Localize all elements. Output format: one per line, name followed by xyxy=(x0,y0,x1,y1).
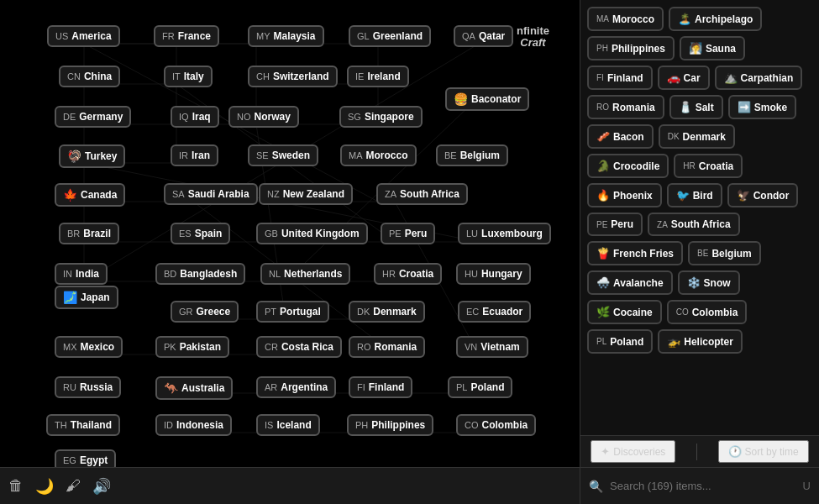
canvas-item-be-belgium[interactable]: BEBelgium xyxy=(436,144,508,166)
item-label: Smoke xyxy=(754,102,787,113)
brush-icon[interactable]: 🖌 xyxy=(66,477,81,495)
sidebar-item-peru[interactable]: PEPeru xyxy=(587,213,643,236)
moon-icon[interactable]: 🌙 xyxy=(35,477,54,496)
item-label: Ireland xyxy=(367,71,400,82)
canvas-item-pl-poland-main[interactable]: PLPoland xyxy=(448,376,512,398)
sidebar-item-colombia[interactable]: COColombia xyxy=(667,300,748,324)
canvas-item-th-thailand[interactable]: THThailand xyxy=(46,414,120,436)
item-label: Condor xyxy=(753,190,790,202)
sidebar-item-smoke[interactable]: ➡️Smoke xyxy=(728,95,796,119)
canvas-item-sa-saudi[interactable]: SASaudi Arabia xyxy=(164,183,258,205)
canvas-item-de-germany[interactable]: DEGermany xyxy=(55,106,131,128)
sidebar-item-archipelago[interactable]: 🏝️Archipelago xyxy=(669,7,762,31)
sidebar-item-car[interactable]: 🚗Car xyxy=(658,66,710,90)
item-label: Qatar xyxy=(479,30,505,42)
canvas-item-ch-switzerland[interactable]: CHSwitzerland xyxy=(248,66,338,87)
canvas-item-co-colombia-main[interactable]: COColombia xyxy=(456,414,536,436)
canvas-item-nl-netherlands[interactable]: NLNetherlands xyxy=(260,263,350,285)
canvas-item-baconator[interactable]: 🍔Baconator xyxy=(445,87,529,111)
item-emoji: 🦘 xyxy=(164,381,178,395)
canvas-item-dk-denmark-main[interactable]: DKDenmark xyxy=(349,301,425,323)
canvas-item-pk-pakistan[interactable]: PKPakistan xyxy=(155,336,229,358)
item-emoji: 🍁 xyxy=(63,188,77,202)
sidebar-item-carpathian[interactable]: ⛰️Carpathian xyxy=(715,66,803,90)
canvas-item-id-indonesia[interactable]: IDIndonesia xyxy=(155,414,232,436)
item-label: Egypt xyxy=(80,454,108,466)
canvas-item-japan[interactable]: 🗾Japan xyxy=(55,286,118,309)
canvas-item-hu-hungary[interactable]: HUHungary xyxy=(456,263,531,285)
canvas-item-qa-qatar[interactable]: QAQatar xyxy=(454,25,513,47)
sidebar-item-belgium[interactable]: BEBelgium xyxy=(688,241,761,265)
canvas-item-gr-greece[interactable]: GRGreece xyxy=(171,301,239,323)
canvas-item-canada[interactable]: 🍁Canada xyxy=(55,183,125,207)
canvas-item-bd-bangladesh[interactable]: BDBangladesh xyxy=(155,263,245,285)
canvas-item-it-italy[interactable]: ITItaly xyxy=(164,66,213,87)
item-label: Italy xyxy=(184,71,204,82)
sort-by-time-button[interactable]: 🕐 Sort by time xyxy=(718,440,809,463)
canvas-item-vn-vietnam[interactable]: VNVietnam xyxy=(456,336,528,358)
canvas-item-us-america[interactable]: USAmerica xyxy=(47,25,120,47)
canvas-item-is-iceland[interactable]: ISIceland xyxy=(256,414,320,436)
canvas-item-za-southafrica[interactable]: ZASouth Africa xyxy=(376,183,468,205)
sidebar-item-south-africa[interactable]: ZASouth Africa xyxy=(648,213,740,236)
sidebar-item-finland[interactable]: FIFinland xyxy=(587,66,653,90)
sidebar-item-helicopter[interactable]: 🚁Helicopter xyxy=(658,329,743,354)
sidebar-item-condor[interactable]: 🦅Condor xyxy=(727,183,799,207)
sidebar-item-snow[interactable]: ❄️Snow xyxy=(678,270,740,295)
volume-icon[interactable]: 🔊 xyxy=(92,477,111,496)
canvas-item-hr-croatia-main[interactable]: HRCroatia xyxy=(374,263,442,285)
canvas-item-es-spain[interactable]: ESSpain xyxy=(171,223,230,244)
canvas-item-ro-romania-main[interactable]: RORomania xyxy=(349,336,425,358)
trash-icon[interactable]: 🗑 xyxy=(8,477,24,495)
sidebar-item-morocco[interactable]: MAMorocco xyxy=(587,7,664,31)
canvas-item-mx-mexico[interactable]: MXMexico xyxy=(55,336,123,358)
canvas-item-fr-france[interactable]: FRFrance xyxy=(154,25,219,47)
canvas-item-no-norway[interactable]: NONorway xyxy=(228,106,299,128)
canvas-item-iq-iraq[interactable]: IQIraq xyxy=(171,106,219,128)
sidebar-item-sauna[interactable]: 🧖Sauna xyxy=(680,36,745,60)
sidebar-item-french-fries[interactable]: 🍟French Fries xyxy=(587,241,683,265)
sidebar-item-philippines[interactable]: PHPhilippines xyxy=(587,36,675,60)
item-label: Brazil xyxy=(83,228,111,239)
item-flag: HR xyxy=(382,269,396,279)
canvas-item-pt-portugal[interactable]: PTPortugal xyxy=(256,301,329,323)
canvas-item-in-india[interactable]: INIndia xyxy=(55,263,108,285)
sidebar-item-crocodile[interactable]: 🐊Crocodile xyxy=(587,154,669,178)
canvas-item-ma-morocco[interactable]: MAMorocco xyxy=(340,144,417,166)
canvas-item-cr-costarica[interactable]: CRCosta Rica xyxy=(256,336,342,358)
item-flag: IR xyxy=(179,150,188,160)
canvas-item-cn-china[interactable]: CNChina xyxy=(59,66,120,87)
canvas-item-br-brazil[interactable]: BRBrazil xyxy=(59,223,119,244)
canvas-item-turkey[interactable]: 🦃Turkey xyxy=(59,144,125,168)
canvas-item-ie-ireland[interactable]: IEIreland xyxy=(347,66,409,87)
sidebar-item-poland[interactable]: PLPoland xyxy=(587,329,653,354)
canvas-item-ru-russia[interactable]: RURussia xyxy=(55,376,121,398)
sidebar-item-phoenix[interactable]: 🔥Phoenix xyxy=(587,183,662,207)
canvas-item-gb-uk[interactable]: GBUnited Kingdom xyxy=(256,223,368,244)
sidebar-item-denmark[interactable]: DKDenmark xyxy=(659,124,735,149)
sidebar-item-cocaine[interactable]: 🌿Cocaine xyxy=(587,300,662,324)
canvas-item-nz-newzealand[interactable]: NZNew Zealand xyxy=(259,183,353,205)
search-input[interactable] xyxy=(610,480,796,492)
canvas-item-my-malaysia[interactable]: MYMalaysia xyxy=(248,25,324,47)
craft-canvas[interactable]: USAmericaFRFranceMYMalaysiaGLGreenlandQA… xyxy=(0,0,580,504)
canvas-item-lu-luxembourg[interactable]: LULuxembourg xyxy=(458,223,551,244)
canvas-item-gl-greenland[interactable]: GLGreenland xyxy=(349,25,431,47)
canvas-item-fi-finland-main[interactable]: FIFinland xyxy=(349,376,412,398)
canvas-item-au-australia[interactable]: 🦘Australia xyxy=(155,376,233,400)
canvas-item-pe-peru[interactable]: PEPeru xyxy=(381,223,435,244)
canvas-item-ar-argentina[interactable]: ARArgentina xyxy=(256,376,336,398)
sidebar-item-croatia[interactable]: HRCroatia xyxy=(674,154,743,178)
sidebar-item-bird[interactable]: 🐦Bird xyxy=(667,183,722,207)
canvas-item-ir-iran[interactable]: IRIran xyxy=(171,144,218,166)
discoveries-button[interactable]: ✦ Discoveries xyxy=(591,440,675,463)
sidebar-item-avalanche[interactable]: 🌨️Avalanche xyxy=(587,270,673,295)
item-label: United Kingdom xyxy=(281,228,360,239)
sidebar-item-bacon[interactable]: 🥓Bacon xyxy=(587,124,654,149)
canvas-item-ph-philippines-main[interactable]: PHPhilippines xyxy=(347,414,433,436)
sidebar-item-salt[interactable]: 🧂Salt xyxy=(669,95,723,119)
canvas-item-sg-singapore[interactable]: SGSingapore xyxy=(339,106,423,128)
sidebar-item-romania[interactable]: RORomania xyxy=(587,95,664,119)
canvas-item-se-sweden[interactable]: SESweden xyxy=(248,144,318,166)
canvas-item-ec-ecuador[interactable]: ECEcuador xyxy=(458,301,531,323)
